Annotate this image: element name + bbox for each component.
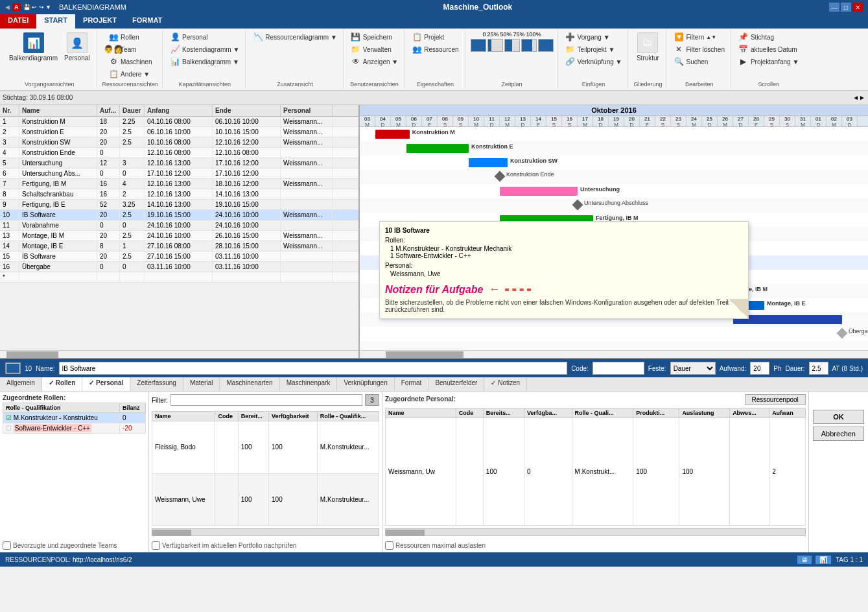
task-code-input[interactable]: [592, 362, 644, 375]
ribbon-tab-datei[interactable]: DATEI: [0, 14, 36, 29]
table-scrollbar[interactable]: [0, 350, 358, 358]
assign-col-aufwand: Aufwan: [769, 408, 806, 418]
anzeigen-btn[interactable]: 👁Anzeigen ▼: [349, 56, 400, 67]
verknuepfung-btn[interactable]: 🔗Verknüpfung ▼: [563, 56, 624, 67]
task-dauer-input[interactable]: [809, 362, 828, 375]
tab-rollen[interactable]: ✓ Rollen: [42, 377, 82, 391]
table-row[interactable]: *: [0, 272, 358, 283]
verfugbarkeit-checkbox-label[interactable]: Verfügbarkeit im aktuellen Portfolio nac…: [152, 541, 379, 550]
tab-benutzerfelder[interactable]: Benutzerfelder: [428, 377, 484, 391]
rollen-check-1: ☑: [6, 414, 12, 421]
day-cell: 21F: [640, 116, 655, 127]
kostendiagramm-btn[interactable]: 📈Kostendiagramm ▼: [168, 43, 241, 55]
gantt-scrollbar[interactable]: [360, 350, 868, 358]
maschinen-btn[interactable]: ⚙Maschinen: [106, 56, 154, 67]
table-row[interactable]: 9Fertigung, IB E523.2514.10.16 13:0019.1…: [0, 200, 358, 210]
progress-0-btn[interactable]: [471, 39, 486, 52]
rollen-row-1[interactable]: ☑ M.Konstrukteur - Konstrukteu 0: [3, 413, 146, 423]
personal-large-btn[interactable]: 👤 Personal: [62, 31, 92, 63]
ressourcenpool-btn[interactable]: Ressourcenpool: [745, 394, 806, 405]
team-btn[interactable]: 👨‍👩Team: [106, 43, 154, 55]
tab-maschinenarten[interactable]: Maschinenarten: [220, 377, 279, 391]
ribbon-tab-projekt[interactable]: PROJEKT: [75, 14, 124, 29]
tab-format[interactable]: Format: [395, 377, 429, 391]
filter-input[interactable]: [170, 394, 362, 406]
ribbon-tab-format[interactable]: FORMAT: [124, 14, 170, 29]
table-row[interactable]: 16Übergabe0003.11.16 10:0003.11.16 10:00: [0, 262, 358, 272]
tab-personal[interactable]: ✓ Personal: [82, 377, 130, 391]
ribbon-tab-start[interactable]: START: [36, 14, 75, 29]
table-row[interactable]: 4Konstruktion Ende012.10.16 08:0012.10.1…: [0, 148, 358, 158]
ressourcen-max-checkbox-label[interactable]: Ressourcen maximal auslasten: [385, 541, 806, 550]
table-row[interactable]: 8Schaltschrankbau16212.10.16 13:0014.10.…: [0, 189, 358, 200]
table-row[interactable]: 10IB Software202.519.10.16 15:0024.10.16…: [0, 210, 358, 220]
verfugbarkeit-checkbox[interactable]: [152, 541, 160, 550]
stichtag-btn[interactable]: 📌Stichtag: [736, 31, 801, 43]
struktur-btn[interactable]: 🗂 Struktur: [633, 31, 662, 63]
filtern-icon: 🔽: [674, 32, 684, 42]
close-btn[interactable]: ✕: [852, 3, 863, 12]
task-name-input[interactable]: [59, 362, 568, 375]
task-feste-select[interactable]: Dauer: [670, 362, 716, 375]
tab-material[interactable]: Material: [183, 377, 220, 391]
tab-maschinenpark[interactable]: Maschinenpark: [280, 377, 338, 391]
personal-kap-btn[interactable]: 👤Personal: [168, 31, 241, 43]
assigned-scrollbar[interactable]: [385, 528, 806, 536]
suchen-btn[interactable]: 🔍Suchen: [672, 56, 726, 67]
cancel-button[interactable]: Abbrechen: [813, 427, 864, 441]
maximize-btn[interactable]: □: [841, 3, 851, 12]
projekt-btn[interactable]: 📋Projekt: [410, 31, 460, 43]
task-name-label: Name:: [36, 365, 54, 372]
ok-button[interactable]: OK: [813, 410, 864, 424]
status-bar: RESSOURCENPOOL: http://localhost/ris6/2 …: [0, 552, 868, 567]
table-row[interactable]: 2Konstruktion E202.506.10.16 10:0010.10.…: [0, 127, 358, 137]
task-ph-label: Ph: [773, 365, 781, 372]
table-row[interactable]: 5Untersuchung12312.10.16 13:0017.10.16 1…: [0, 158, 358, 169]
table-row[interactable]: 15IB Software202.527.10.16 15:0003.11.16…: [0, 252, 358, 262]
ressourcen-max-checkbox[interactable]: [385, 541, 393, 550]
avail-row-2[interactable]: Weissmann, Uwe 100 100 M.Konstrukteur...: [152, 473, 379, 526]
progress-75-btn[interactable]: [521, 39, 537, 52]
task-num-indicator: [5, 362, 21, 374]
table-row[interactable]: 1Konstruktion M182.2504.10.16 08:0006.10…: [0, 117, 358, 127]
table-row[interactable]: 6Untersuchung Abs...0017.10.16 12:0017.1…: [0, 169, 358, 179]
table-row[interactable]: 13Montage, IB M202.524.10.16 10:0026.10.…: [0, 231, 358, 241]
filter-loeschen-btn[interactable]: ✕Filter löschen: [672, 43, 726, 55]
balkendiagramm-kap-btn[interactable]: 📊Balkendiagramm ▼: [168, 56, 241, 67]
balkendiagramm-btn[interactable]: 📊 Balkendiagramm: [6, 31, 60, 63]
bevorzugte-checkbox[interactable]: [3, 541, 11, 550]
progress-50-btn[interactable]: [504, 39, 520, 52]
tab-allgemein[interactable]: Allgemein: [0, 377, 42, 391]
tab-zeiterfassung[interactable]: Zeiterfassung: [130, 377, 183, 391]
tab-verknuepfungen[interactable]: Verknüpfungen: [337, 377, 394, 391]
table-row[interactable]: 14Montage, IB E8127.10.16 08:0028.10.16 …: [0, 241, 358, 252]
assign-row-1[interactable]: Weissmann, Uw 100 0 M.Konstrukt... 100 1…: [386, 418, 806, 526]
collapse-gantt-btn[interactable]: ◄►: [852, 94, 865, 101]
ressourcendiagramm-btn[interactable]: 📉Ressourcendiagramm ▼: [251, 31, 339, 43]
progress-100-btn[interactable]: [538, 39, 554, 52]
minimize-btn[interactable]: —: [829, 3, 839, 12]
ressourcen-btn[interactable]: 👥Ressourcen: [410, 43, 460, 55]
ressourcendiagramm-icon: 📉: [253, 32, 263, 42]
table-row[interactable]: 7Fertigung, IB M16412.10.16 13:0018.10.1…: [0, 179, 358, 189]
filtern-btn[interactable]: 🔽Filtern▲▼: [672, 31, 726, 43]
verwalten-btn[interactable]: 📁Verwalten: [349, 43, 400, 55]
avail-scrollbar[interactable]: [152, 528, 379, 536]
avail-row-1[interactable]: Fleissig, Bodo 100 100 M.Konstrukteur...: [152, 421, 379, 474]
andere-btn[interactable]: 📋Andere ▼: [106, 68, 154, 80]
task-aufwand-input[interactable]: [750, 362, 769, 375]
table-row[interactable]: 11Vorabnahme0024.10.16 10:0024.10.16 10:…: [0, 220, 358, 231]
aktuelles-datum-btn[interactable]: 📅aktuelles Datum: [736, 43, 801, 55]
bevorzugte-checkbox-label[interactable]: Bevorzugte und zugeordnete Teams: [3, 541, 146, 550]
rollen-row-2[interactable]: ☐ Software-Entwickler - C++ -20: [3, 423, 146, 434]
progress-25-btn[interactable]: [487, 39, 503, 52]
table-row[interactable]: 3Konstruktion SW202.510.10.16 08:0012.10…: [0, 137, 358, 148]
tab-notizen[interactable]: ✓ Notizen: [484, 377, 527, 391]
vorgang-btn[interactable]: ➕Vorgang ▼: [563, 31, 624, 43]
table-scrollbar-thumb: [6, 351, 58, 358]
day-cell: 11D: [484, 116, 500, 127]
teilprojekt-btn[interactable]: 📁Teilprojekt ▼: [563, 43, 624, 55]
speichern-btn[interactable]: 💾Speichern: [349, 31, 400, 43]
projektanfang-btn[interactable]: ▶Projektanfang ▼: [736, 56, 801, 67]
rollen-btn[interactable]: 👥Rollen: [106, 31, 154, 43]
